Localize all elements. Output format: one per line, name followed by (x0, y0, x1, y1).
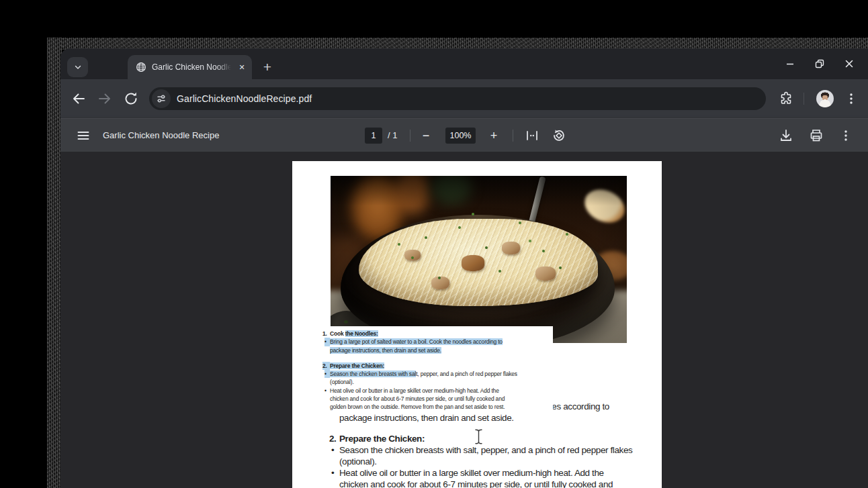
forward-button[interactable] (97, 91, 113, 107)
pdf-toolbar-divider (513, 130, 513, 142)
recipe-line: •Heat olive oil or butter in a large ski… (324, 387, 553, 395)
back-button[interactable] (71, 91, 87, 107)
browser-menu-button[interactable] (843, 91, 859, 107)
extensions-button[interactable] (778, 91, 794, 107)
recipe-line: (optional). (330, 378, 553, 386)
print-button[interactable] (808, 128, 824, 144)
site-settings-button[interactable] (152, 89, 171, 108)
recipe-line: •Heat olive oil or butter in a large ski… (331, 467, 662, 479)
close-icon (844, 59, 854, 68)
kebab-icon (838, 128, 854, 144)
kebab-icon (843, 91, 859, 107)
tune-icon (156, 93, 167, 104)
address-bar[interactable]: GarlicChickenNoodleRecipe.pdf (149, 87, 766, 110)
pdf-document-title: Garlic Chicken Noodle Recipe (103, 119, 219, 152)
tab-garlic-chicken-noodle-recipe[interactable]: Garlic Chicken Noodle Recipe ✕ (128, 55, 252, 79)
tab-title: Garlic Chicken Noodle Recipe (152, 55, 231, 79)
browser-toolbar: GarlicChickenNoodleRecipe.pdf (60, 79, 868, 118)
url-text[interactable]: GarlicChickenNoodleRecipe.pdf (177, 93, 312, 104)
pdf-viewer[interactable]: 1.Cook the Noodles:•Bring a large pot of… (60, 152, 868, 488)
globe-icon (136, 62, 146, 72)
arrow-right-icon (97, 91, 113, 107)
browser-window: Garlic Chicken Noodle Recipe ✕ + (60, 48, 868, 488)
pdf-toolbar-divider (410, 130, 410, 142)
zoom-out-button[interactable]: − (418, 128, 434, 144)
recipe-line: •Bring a large pot of salted water to a … (324, 338, 553, 346)
recipe-line: chicken and cook for about 6-7 minutes p… (330, 395, 553, 403)
tab-strip: Garlic Chicken Noodle Recipe ✕ + (60, 48, 868, 79)
minimize-icon (785, 59, 795, 68)
screenshot-root: { "browser": { "tab_search_icon": "chevr… (0, 0, 868, 488)
toolbar-divider (804, 93, 804, 105)
zoom-in-button[interactable]: + (486, 128, 502, 144)
close-window-button[interactable] (834, 48, 864, 79)
food-photo (331, 176, 627, 343)
restore-button[interactable] (805, 48, 834, 79)
minimize-button[interactable] (775, 48, 805, 79)
arrow-left-icon (71, 91, 87, 107)
print-icon (808, 128, 824, 144)
window-controls (775, 48, 864, 79)
recipe-line: 2.Prepare the Chicken: (329, 433, 662, 444)
tab-search-button[interactable] (67, 57, 88, 77)
hamburger-icon (75, 128, 91, 144)
tab-close-icon[interactable]: ✕ (236, 62, 247, 72)
pdf-more-button[interactable] (838, 128, 854, 144)
page-count: / 1 (388, 119, 397, 152)
recipe-line: 1.Cook the Noodles: (322, 330, 553, 338)
profile-avatar[interactable] (816, 90, 834, 107)
new-tab-button[interactable]: + (257, 57, 277, 77)
fit-width-button[interactable] (524, 128, 540, 144)
reload-icon (123, 91, 139, 107)
pdf-toolbar: Garlic Chicken Noodle Recipe 1 / 1 − 100… (60, 118, 868, 152)
recipe-line: •Season the chicken breasts with salt, p… (331, 444, 662, 456)
photo-vignette (331, 176, 627, 343)
pdf-page[interactable]: 1.Cook the Noodles:•Bring a large pot of… (292, 161, 662, 488)
recipe-line: golden brown on the outside. Remove from… (330, 403, 553, 411)
restore-icon (814, 58, 825, 69)
selection-drag-preview: 1.Cook the Noodles:•Bring a large pot of… (294, 326, 553, 411)
recipe-line: package instructions, then drain and set… (330, 346, 553, 354)
pdf-menu-button[interactable] (75, 128, 91, 144)
rotate-ccw-icon (551, 128, 567, 144)
download-icon (778, 128, 794, 144)
recipe-line: •Season the chicken breasts with salt, p… (324, 370, 553, 378)
recipe-line: 2.Prepare the Chicken: (322, 362, 553, 370)
rotate-button[interactable] (551, 128, 567, 144)
screen-noise-left (47, 38, 62, 488)
zoom-level-input[interactable]: 100% (445, 128, 476, 144)
page-number-input[interactable]: 1 (365, 128, 382, 144)
reload-button[interactable] (123, 91, 139, 107)
chevron-down-icon (73, 62, 83, 72)
fit-width-icon (524, 128, 540, 144)
recipe-line: package instructions, then drain and set… (339, 412, 662, 424)
download-button[interactable] (778, 128, 794, 144)
puzzle-icon (778, 91, 794, 107)
recipe-line: (optional). (339, 456, 662, 467)
recipe-line: chicken and cook for about 6-7 minutes p… (339, 479, 662, 488)
text-cursor-icon (474, 429, 483, 444)
